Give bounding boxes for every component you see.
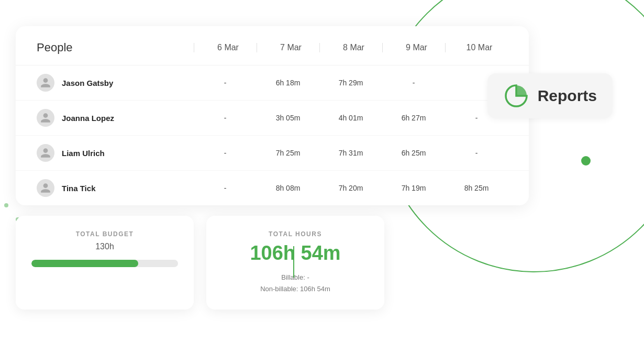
- time-cell: 4h 01m: [319, 114, 382, 122]
- time-cell: 8h 08m: [257, 184, 319, 192]
- time-cell: 6h 25m: [382, 149, 445, 157]
- column-date-3: 9 Mar: [382, 43, 445, 52]
- time-cell: -: [382, 79, 445, 87]
- time-cell: 6h 18m: [257, 79, 319, 87]
- person-name: Jason Gatsby: [62, 79, 113, 87]
- time-cell: 8h 25m: [445, 184, 508, 192]
- column-date-4: 10 Mar: [445, 43, 508, 52]
- avatar: [37, 109, 54, 127]
- hours-detail: Billable: - Non-billable: 106h 54m: [222, 272, 369, 295]
- progress-bar-container: [31, 260, 178, 267]
- column-people: People: [37, 41, 194, 54]
- table-row: Joanna Lopez - 3h 05m 4h 01m 6h 27m -: [16, 101, 529, 136]
- progress-bar-fill: [31, 260, 138, 267]
- column-date-1: 7 Mar: [257, 43, 319, 52]
- time-cell: -: [194, 184, 257, 192]
- table-header: People 6 Mar 7 Mar 8 Mar 9 Mar 10 Mar: [16, 26, 529, 65]
- circle-dot: [581, 156, 591, 166]
- time-cell: 6h 27m: [382, 114, 445, 122]
- dot-single: [4, 203, 8, 207]
- billable-text: Billable: -: [281, 273, 309, 281]
- avatar: [37, 74, 54, 92]
- time-cell: 7h 25m: [257, 149, 319, 157]
- budget-card: TOTAL BUDGET 130h: [16, 216, 194, 310]
- hours-label: TOTAL HOURS: [222, 230, 369, 238]
- avatar: [37, 144, 54, 162]
- bottom-cards: TOTAL BUDGET 130h TOTAL HOURS 106h 54m B…: [16, 216, 565, 310]
- person-name: Liam Ulrich: [62, 149, 105, 158]
- person-name: Joanna Lopez: [62, 114, 114, 123]
- time-cell: 3h 05m: [257, 114, 319, 122]
- budget-label: TOTAL BUDGET: [31, 230, 178, 238]
- time-cell: 7h 20m: [319, 184, 382, 192]
- connector-line: [293, 246, 294, 278]
- time-cell: 7h 29m: [319, 79, 382, 87]
- time-cell: 7h 31m: [319, 149, 382, 157]
- table-row: Tina Tick - 8h 08m 7h 20m 7h 19m 8h 25m: [16, 171, 529, 205]
- person-col: Joanna Lopez: [37, 109, 194, 127]
- hours-card: TOTAL HOURS 106h 54m Billable: - Non-bil…: [206, 216, 384, 310]
- person-col: Jason Gatsby: [37, 74, 194, 92]
- reports-tooltip: Reports: [487, 73, 613, 118]
- avatar: [37, 179, 54, 197]
- main-content: People 6 Mar 7 Mar 8 Mar 9 Mar 10 Mar Ja…: [16, 26, 565, 310]
- non-billable-text: Non-billable: 106h 54m: [260, 285, 330, 293]
- person-col: Tina Tick: [37, 179, 194, 197]
- reports-label: Reports: [538, 87, 597, 105]
- time-cell: -: [194, 114, 257, 122]
- time-cell: -: [445, 149, 508, 157]
- time-cell: 7h 19m: [382, 184, 445, 192]
- person-name: Tina Tick: [62, 184, 95, 193]
- table-row: Liam Ulrich - 7h 25m 7h 31m 6h 25m -: [16, 136, 529, 171]
- time-cell: -: [194, 149, 257, 157]
- person-col: Liam Ulrich: [37, 144, 194, 162]
- column-date-0: 6 Mar: [194, 43, 257, 52]
- time-cell: -: [194, 79, 257, 87]
- table-card: People 6 Mar 7 Mar 8 Mar 9 Mar 10 Mar Ja…: [16, 26, 529, 205]
- column-date-2: 8 Mar: [319, 43, 382, 52]
- hours-value: 106h 54m: [222, 242, 369, 264]
- page-container: Reports People 6 Mar 7 Mar 8 Mar 9 Mar 1…: [0, 0, 644, 353]
- table-row: Jason Gatsby - 6h 18m 7h 29m -: [16, 65, 529, 101]
- reports-icon: [503, 83, 529, 109]
- budget-value: 130h: [31, 242, 178, 251]
